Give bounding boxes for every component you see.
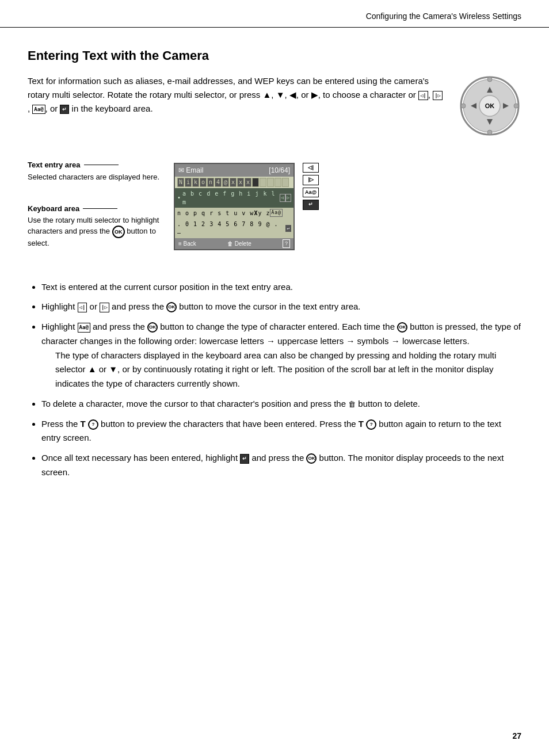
- svg-point-2: [487, 77, 492, 82]
- camera-dial-image: OK: [458, 74, 521, 138]
- ok-circle-b2: OK: [147, 322, 158, 333]
- bullet-item-0: Text is entered at the current cursor po…: [41, 280, 521, 295]
- lcd-footer: ≡ Back 🗑 Delete ?: [175, 238, 293, 250]
- lcd-back-btn: ≡ Back: [178, 239, 196, 248]
- lcd-text-row: N i k o n 4 @ x x x: [175, 177, 293, 188]
- icon-aa-inline: Aa@: [32, 105, 45, 114]
- lcd-delete-btn: 🗑 Delete: [227, 239, 251, 248]
- lcd-keyboard-row2: n o p q r s t u v wX y z Aa@: [175, 208, 293, 219]
- keyboard-label: Keyboard area: [28, 203, 160, 215]
- side-icon-enter: ↵: [303, 200, 319, 210]
- intro-block: Text for information such as aliases, e-…: [28, 74, 521, 138]
- bullet-list: Text is entered at the current cursor po…: [28, 280, 521, 480]
- keyboard-label-block: Keyboard area Use the rotary multi selec…: [28, 203, 160, 249]
- icon-aa-b2: Aa@: [78, 323, 90, 333]
- header-title: Configuring the Camera's Wireless Settin…: [366, 10, 521, 22]
- bullet-item-5: Once all text necessary has been entered…: [41, 451, 521, 480]
- page-content: Entering Text with the Camera Text for i…: [0, 28, 549, 513]
- trash-icon-b3: 🗑: [348, 400, 356, 408]
- lcd-help-btn: ?: [283, 239, 290, 249]
- icon-right-b1: |▷: [100, 303, 109, 312]
- lcd-counter: [10/64]: [269, 165, 290, 175]
- ok-circle-b5: OK: [306, 453, 317, 464]
- svg-point-5: [514, 104, 518, 108]
- lcd-keyboard-row3: . 0 1 2 3 4 5 6 7 8 9 @ . – ↵: [175, 219, 293, 238]
- ok-circle-diagram: OK: [112, 226, 125, 238]
- screen-area: ✉ Email [10/64] N i k o n 4 @ x x x: [174, 163, 319, 251]
- side-icon-aa: Aa@: [303, 188, 319, 198]
- side-icon-left: ◁|: [303, 163, 319, 173]
- page-number: 27: [512, 730, 521, 742]
- icon-right-bracket: |▷: [433, 91, 443, 100]
- bullet-item-4: Press the T ? button to preview the char…: [41, 417, 521, 446]
- section-title: Entering Text with the Camera: [28, 46, 521, 65]
- bullet-item-2: Highlight Aa@ and press the OK button to…: [41, 320, 521, 391]
- page-header: Configuring the Camera's Wireless Settin…: [0, 0, 549, 28]
- bullet-2-extra: The type of characters displayed in the …: [55, 349, 521, 391]
- side-icons: ◁| |▷ Aa@ ↵: [303, 163, 319, 210]
- icon-left-b1: ◁|: [78, 303, 87, 312]
- diagram-section: Text entry area Selected characters are …: [28, 154, 521, 259]
- intro-text: Text for information such as aliases, e-…: [28, 74, 444, 116]
- lcd-keyboard-row1: •a b c d e f g h i j k l m ◁ ▷: [175, 188, 293, 208]
- text-entry-desc: Selected characters are displayed here.: [28, 172, 160, 182]
- icon-left-bracket: ◁|: [418, 91, 428, 100]
- lcd-email-icon: ✉ Email: [178, 165, 203, 175]
- ok-circle-b1: OK: [166, 302, 177, 312]
- ok-circle-b4a: ?: [88, 419, 98, 430]
- lcd-header: ✉ Email [10/64]: [175, 164, 293, 177]
- enter-icon-b5: ↵: [240, 454, 249, 464]
- text-entry-label: Text entry area: [28, 159, 160, 171]
- side-icon-right: |▷: [303, 175, 319, 185]
- diagram-labels: Text entry area Selected characters are …: [28, 154, 160, 259]
- ok-circle-b2b: OK: [397, 322, 407, 333]
- icon-enter-inline: ↵: [60, 105, 69, 114]
- svg-point-3: [487, 130, 492, 135]
- ok-circle-b4b: ?: [366, 419, 376, 430]
- lcd-screen: ✉ Email [10/64] N i k o n 4 @ x x x: [174, 163, 295, 251]
- keyboard-desc: Use the rotary multi selector to highlig…: [28, 215, 160, 249]
- svg-point-4: [461, 104, 466, 108]
- svg-text:OK: OK: [485, 102, 495, 109]
- text-entry-label-block: Text entry area Selected characters are …: [28, 159, 160, 182]
- bullet-item-1: Highlight ◁| or |▷ and press the OK butt…: [41, 300, 521, 314]
- bullet-item-3: To delete a character, move the cursor t…: [41, 397, 521, 411]
